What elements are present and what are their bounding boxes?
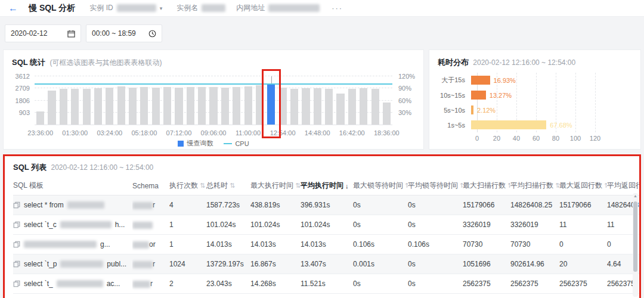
table-scrollbar[interactable]: ▲ [633,193,638,297]
duration-dist-chart[interactable]: 大于15s16.93%10s~15s13.27%5s~10s2.12%1s~5s… [438,73,631,144]
sql-list-range: 2020-02-12 12:16:00 ~ 12:54:00 [51,163,153,172]
column-header[interactable]: 平均锁等待时间⇅ [408,176,463,195]
redacted-value [132,241,149,249]
time-range-input[interactable]: 00:00 ~ 18:59 [86,24,162,42]
sql-template-cell[interactable]: g... [13,235,132,254]
bar-slow-queries[interactable] [209,87,217,125]
column-header[interactable]: 执行次数⇅ [169,176,206,195]
copy-icon[interactable] [13,280,20,287]
bar-slow-queries[interactable] [360,88,367,125]
bar-slow-queries[interactable] [163,87,171,125]
copy-icon[interactable] [13,201,20,209]
cell-text: r [153,201,155,209]
bar-slow-queries[interactable] [325,89,333,125]
bar-slow-queries[interactable] [198,87,206,125]
scrollbar-thumb[interactable] [633,201,637,272]
bar-slow-queries[interactable] [290,89,298,125]
chevron-down-icon[interactable]: ▾ [160,5,163,11]
sql-template-cell[interactable]: select `t_ppubl... [13,254,132,274]
bucket-label: 1s~5s [438,122,471,129]
bar-slow-queries[interactable] [314,88,321,125]
duration-bar[interactable] [471,105,473,114]
metric-cell: 14.013s [206,235,250,254]
column-header[interactable]: 最大锁等待时间⇅ [353,176,408,195]
sort-icon[interactable]: ↓ [345,182,349,190]
x-axis-tick: 12:54:00 [270,129,296,136]
legend-slow-query-count[interactable]: 慢查询数 [178,139,213,148]
column-header[interactable]: 平均执行时间↓ [301,176,353,195]
bar-slow-queries[interactable] [233,87,240,125]
copy-icon[interactable] [13,221,20,228]
redacted-value [132,222,153,229]
sql-template-cell[interactable]: select * from [13,195,132,215]
metric-cell: 101.024s [301,215,353,235]
bar-slow-queries[interactable] [383,103,391,125]
bar-slow-queries[interactable] [60,89,67,125]
cell-text: select `t_ [24,280,53,288]
sql-stats-chart[interactable]: 90330%180660%270990%3612120%23:36:0001:3… [4,68,423,149]
column-header[interactable]: 最大扫描行数⇅ [463,176,510,195]
metric-cell: 396.931s [301,195,353,215]
table-row[interactable]: select `t_ac...r223.043s14.268s11.521s0s… [13,274,641,294]
table-row[interactable]: select `t_ch...1101.024s101.024s101.024s… [13,215,641,235]
table-row[interactable]: select `t_ppubl...r102413729.197s16.867s… [13,254,641,274]
duration-bar[interactable] [471,76,490,85]
more-menu-icon[interactable]: ··· [332,4,343,13]
table-header-row: SQL 模板Schema执行次数⇅总耗时⇅最大执行时间⇅平均执行时间↓最大锁等待… [13,176,641,195]
bar-slow-queries[interactable] [83,89,91,125]
sort-icon[interactable]: ⇅ [555,182,559,190]
back-arrow-icon[interactable]: ← [8,3,18,14]
column-header[interactable]: 平均扫描行数⇅ [510,176,559,195]
bar-slow-queries[interactable] [256,85,264,125]
bar-slow-queries[interactable] [336,94,344,125]
bar-slow-queries[interactable] [175,88,182,125]
duration-bucket-row[interactable]: 1s~5s67.68% [438,117,631,132]
column-header-label: 平均返回行数 [607,181,641,191]
duration-bucket-row[interactable]: 大于15s16.93% [438,73,631,88]
metric-cell: 2 [169,274,206,294]
bar-slow-queries[interactable] [106,88,113,125]
column-header[interactable]: 最大返回行数⇅ [559,176,607,195]
metric-cell: 2562375 [463,274,510,294]
bar-slow-queries[interactable] [71,89,79,125]
bar-slow-queries[interactable] [187,87,194,125]
date-picker-input[interactable]: 2020-02-12 [5,24,81,42]
bar-slow-queries[interactable] [221,88,229,125]
bar-slow-queries[interactable] [48,91,55,125]
legend-cpu[interactable]: CPU [224,140,249,147]
sql-template-cell[interactable]: select `t_ch... [13,215,132,235]
bar-slow-queries[interactable] [244,86,252,125]
bar-slow-queries[interactable] [152,88,160,125]
copy-icon[interactable] [13,260,20,268]
duration-bar[interactable] [471,120,546,129]
bar-slow-queries[interactable] [302,88,309,125]
bar-slow-queries[interactable] [129,88,137,125]
bar-slow-queries-selected[interactable] [267,84,275,125]
sort-icon[interactable]: ⇅ [200,182,205,190]
column-header[interactable]: 总耗时⇅ [206,176,250,195]
cell-text: select `t_p [24,260,57,268]
bar-slow-queries[interactable] [117,86,125,125]
table-row[interactable]: select * from r41587.723s438.819s396.931… [13,195,641,215]
duration-bucket-row[interactable]: 5s~10s2.12% [438,103,631,117]
bar-slow-queries[interactable] [279,88,287,125]
y-axis-left-tick: 1806 [16,97,30,104]
sql-template-cell[interactable]: select `t_ac... [13,274,132,294]
column-header[interactable]: 最大执行时间⇅ [250,176,301,195]
schema-cell: r [132,274,169,294]
bar-slow-queries[interactable] [371,89,379,125]
duration-bucket-row[interactable]: 10s~15s13.27% [438,88,631,103]
duration-value-label: 67.68% [550,122,572,129]
sort-icon[interactable]: ⇅ [295,182,301,190]
bar-slow-queries[interactable] [94,88,102,125]
table-row[interactable]: g...or114.013s14.013s14.013s0.106s0.106s… [13,235,641,254]
copy-icon[interactable] [13,241,20,248]
bar-slow-queries[interactable] [36,111,44,125]
metric-cell: 3326019 [463,215,510,235]
metric-cell: 1024 [169,254,206,274]
bar-slow-queries[interactable] [140,87,148,125]
duration-bar[interactable] [471,91,486,100]
bar-slow-queries[interactable] [348,89,356,125]
sort-icon[interactable]: ⇅ [230,182,235,190]
scrollbar-up-arrow-icon[interactable]: ▲ [633,194,638,198]
